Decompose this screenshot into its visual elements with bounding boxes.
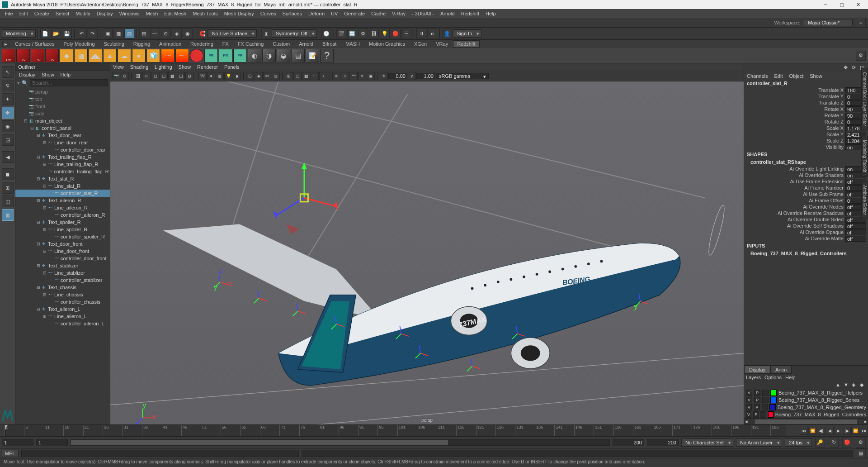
shelf-btn-9[interactable]: ☁ — [118, 49, 131, 62]
vp-textured-icon[interactable]: ◍ — [216, 72, 224, 80]
layout-single[interactable]: ◼ — [2, 168, 14, 180]
range-slider[interactable] — [71, 439, 610, 446]
move-tool[interactable]: ✥ — [2, 107, 14, 119]
side-tab-attribute-editor[interactable]: Attribute Editor — [861, 181, 868, 219]
layout-persp-outliner[interactable]: ▥ — [2, 209, 14, 221]
shelf-tab-rendering[interactable]: Rendering — [186, 40, 217, 48]
step-back-button[interactable]: ◀| — [817, 427, 825, 435]
shelf-btn-19[interactable]: ◑ — [262, 49, 276, 62]
play-forward-button[interactable]: ▶ — [834, 427, 842, 435]
vp-safe-title-icon[interactable]: ⊟ — [185, 72, 193, 80]
outliner-menu-display[interactable]: Display — [16, 72, 38, 77]
menu-create[interactable]: Create — [31, 9, 52, 18]
outliner-item-top[interactable]: 📷top — [15, 95, 110, 103]
shelf-btn-18[interactable]: ◐ — [248, 49, 261, 62]
outliner-item-line_spoiler_r[interactable]: ⊟〰Line_spoiler_R — [15, 226, 110, 233]
outliner-item-controller_door_front[interactable]: 〰controller_door_front — [15, 255, 110, 262]
undo-icon[interactable]: ↶ — [77, 29, 87, 38]
auto-key-icon[interactable]: 🔑 — [815, 438, 825, 448]
menu-edit-mesh[interactable]: Edit Mesh — [161, 9, 189, 18]
display-layers-tab[interactable]: Display — [744, 366, 770, 374]
shelf-btn-12[interactable]: 〰 — [161, 49, 175, 62]
toggle-play-icon[interactable]: ⏯ — [427, 29, 437, 38]
attr-ai-frame-number[interactable]: Ai Frame Number0 — [744, 185, 868, 191]
outliner-menu-show[interactable]: Show — [39, 72, 57, 77]
attr-ai-override-opaque[interactable]: Ai Override Opaqueoff — [744, 229, 868, 235]
shelf-btn-14[interactable] — [190, 49, 203, 62]
select-by-component-icon[interactable]: ▦ — [113, 29, 123, 38]
layer-menu-layers[interactable]: Layers — [746, 375, 761, 380]
menu-mesh[interactable]: Mesh — [142, 9, 161, 18]
menu-mesh-tools[interactable]: Mesh Tools — [189, 9, 221, 18]
side-tab-modeling-toolkit[interactable]: Modeling Toolkit — [861, 136, 868, 176]
redo-icon[interactable]: ↷ — [88, 29, 98, 38]
attr-rotate-y[interactable]: Rotate Y90 — [744, 112, 868, 119]
time-ruler[interactable]: 1611162126313641465156616671768186919610… — [5, 425, 786, 436]
outliner-item-text_slat_r[interactable]: ⊟✛Text_slat_R — [15, 175, 110, 182]
shelf-btn-5[interactable]: ◆ — [60, 49, 73, 62]
snap-plane-icon[interactable]: ◈ — [172, 29, 182, 38]
menu-redshift[interactable]: Redshift — [458, 9, 482, 18]
vp-gamma-value[interactable]: 1.00 — [416, 73, 435, 79]
shelf-tab-bifrost[interactable]: Bifrost — [318, 40, 340, 48]
new-layer-selected-icon[interactable]: ◆ — [860, 382, 866, 388]
shelf-btn-21[interactable]: ▤ — [291, 49, 305, 62]
shelf-toggle-icon[interactable]: ▸ — [2, 41, 9, 47]
outliner-item-main_object[interactable]: ⊟◧main_object — [15, 117, 110, 124]
attr-ai-override-shaders[interactable]: Ai Override Shaderson — [744, 172, 868, 178]
account-icon[interactable]: 👤 — [442, 29, 452, 38]
viewport-menu-shading[interactable]: Shading — [127, 64, 151, 70]
shelf-tab-custom[interactable]: Custom — [269, 40, 294, 48]
select-tool[interactable]: ↖ — [2, 66, 14, 78]
play-back-button[interactable]: ◀ — [826, 427, 834, 435]
render-frame-icon[interactable]: 🎬 — [336, 29, 346, 38]
vp-xray-joints-icon[interactable]: ⚯ — [263, 72, 271, 80]
outliner-item-controller_stablizer[interactable]: 〰controller_stablizer — [15, 276, 110, 284]
shelf-tab-mash[interactable]: MASH — [341, 40, 364, 48]
layer-up-icon[interactable]: ▲ — [835, 382, 842, 388]
shelf-btn-11[interactable]: 🧊 — [146, 49, 160, 62]
vp-multisample-aa-icon[interactable]: ✦ — [358, 72, 366, 80]
outliner-item-line_aileron_l[interactable]: ⊞〰Line_aileron_L — [15, 313, 110, 320]
range-end-input[interactable] — [647, 439, 679, 446]
shelf-btn-6[interactable]: ▦ — [74, 49, 88, 62]
outliner-item-controller_trailing_flap_r[interactable]: 〰controller_trailing_flap_R — [15, 168, 110, 175]
time-slider[interactable]: 1611162126313641465156616671768186919610… — [0, 424, 868, 436]
rotate-tool[interactable]: ◉ — [2, 120, 14, 132]
viewport-menu-panels[interactable]: Panels — [222, 64, 242, 70]
viewport-menu-renderer[interactable]: Renderer — [194, 64, 221, 70]
attr-translate-z[interactable]: Translate Z0 — [744, 100, 868, 106]
shelf-tab-fx[interactable]: FX — [218, 40, 233, 48]
shelf-btn-help[interactable]: ? — [320, 49, 334, 62]
step-back-key-button[interactable]: ⏪ — [808, 427, 816, 435]
ipr-render-icon[interactable]: 🔄 — [347, 29, 357, 38]
menu-cache[interactable]: Cache — [368, 9, 389, 18]
vp-wireframe-icon[interactable]: 𝕎 — [198, 72, 207, 80]
minimize-button[interactable]: ─ — [817, 0, 834, 9]
vp-film-gate-icon[interactable]: ▭ — [142, 72, 151, 80]
vp-bookmark-icon[interactable]: ⊙ — [121, 72, 129, 80]
shelf-btn-22[interactable]: 📝 — [306, 49, 319, 62]
menu-help[interactable]: Help — [482, 9, 499, 18]
loop-icon[interactable]: ↻ — [829, 438, 839, 448]
menu-surfaces[interactable]: Surfaces — [279, 9, 305, 18]
outliner-item-text_aileron_l[interactable]: ⊟✛Text_aileron_L — [15, 305, 110, 313]
step-forward-button[interactable]: |▶ — [843, 427, 851, 435]
vp-no-wire-icon[interactable]: ◻ — [293, 72, 302, 80]
shelf-tab-vray[interactable]: VRay — [432, 40, 452, 48]
save-scene-icon[interactable]: 💾 — [62, 29, 72, 38]
outliner-item-controller_aileron_r[interactable]: 〰controller_aileron_R — [15, 211, 110, 219]
shelf-tab-redshift[interactable]: Redshift — [453, 40, 479, 48]
vp-component-mode-icon[interactable]: ▪ — [319, 72, 327, 80]
outliner-item-line_chassis[interactable]: ⊟〰Line_chassis — [15, 291, 110, 298]
script-lang-toggle[interactable]: MEL — [2, 450, 19, 457]
channel-menu-object[interactable]: Object — [786, 73, 806, 79]
shelf-btn-20[interactable]: ◒ — [277, 49, 290, 62]
outliner-item-text_chassis[interactable]: ⊟✛Text_chassis — [15, 284, 110, 291]
set-key-icon[interactable]: 🔴 — [842, 438, 852, 448]
shelf-btn-7[interactable]: ◢◣ — [89, 49, 102, 62]
vp-select-camera-icon[interactable]: 📷 — [112, 72, 120, 80]
shape-name[interactable]: controller_slat_RShape — [744, 158, 868, 166]
maximize-button[interactable]: ▢ — [834, 0, 850, 9]
shelf-tab-fx-caching[interactable]: FX Caching — [234, 40, 268, 48]
